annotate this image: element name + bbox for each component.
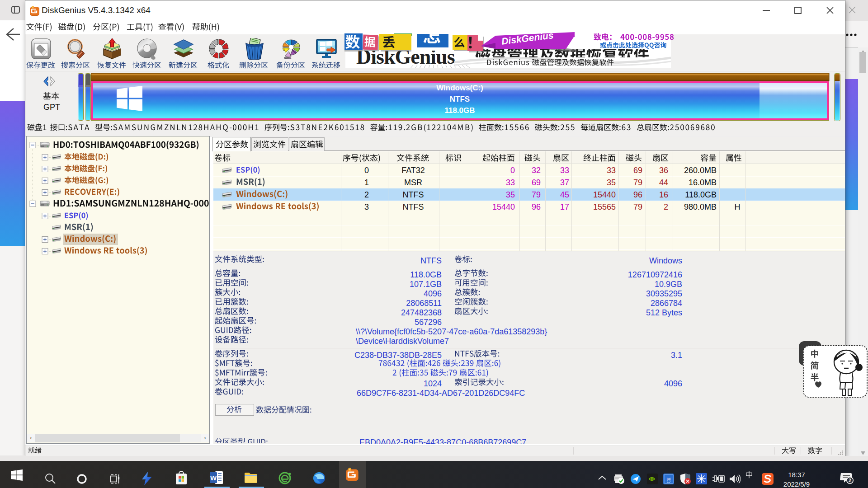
- svg-text:W: W: [210, 474, 217, 482]
- svg-text:2: 2: [849, 478, 851, 483]
